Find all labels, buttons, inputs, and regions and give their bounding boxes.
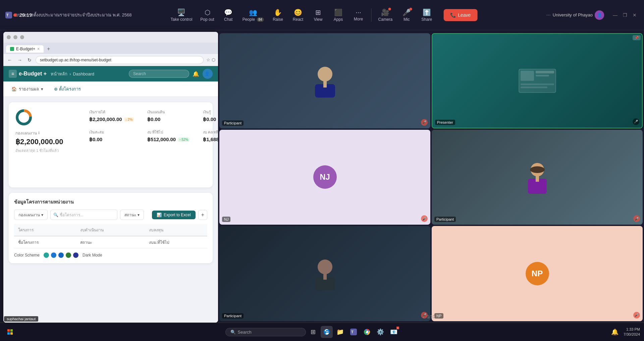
breadcrumb-home[interactable]: หน้าหลัก (51, 70, 67, 77)
participant-tile-5: Participant 🎤 (219, 226, 430, 321)
back-button[interactable]: ← (6, 57, 13, 63)
mic-button[interactable]: 🎤 Mic (396, 6, 417, 24)
pagination-next[interactable]: › (438, 314, 439, 320)
project-name-cell: ชื่อโครงการ (14, 236, 76, 248)
report-menu-item[interactable]: 🏠 รายงานผล ▾ (9, 84, 46, 94)
url-input[interactable] (36, 56, 204, 64)
minimize-button[interactable]: — (611, 12, 620, 18)
taskview-button[interactable]: ⊞ (307, 326, 319, 338)
status-filter-button[interactable]: สถานะ ▾ (120, 210, 144, 220)
bookmark-icon[interactable]: ☆ (206, 57, 210, 62)
pagination-prev[interactable]: ‹ (423, 314, 424, 320)
status-filter-chevron-icon: ▾ (138, 213, 140, 217)
take-control-button[interactable]: 🖥️ Take control (167, 6, 197, 24)
raise-button[interactable]: ✋ Raise (268, 6, 288, 24)
current-user-name: suphachai jantaut (7, 317, 36, 321)
dept-filter-label: กองแผนงาน (18, 212, 40, 218)
browser-minimize[interactable] (7, 35, 11, 39)
total-label: เงินสะสม (89, 129, 134, 135)
browser-restore[interactable] (13, 35, 17, 39)
camera-icon: 🎥 (381, 8, 389, 16)
project-search-field[interactable]: 🔍 ชื่อโครงการ... (50, 210, 117, 220)
take-control-label: Take control (171, 17, 193, 22)
project-search-placeholder: ชื่อโครงการ... (60, 212, 84, 218)
pagination-info: 1/10 (427, 315, 435, 319)
color-scheme-label: Color Scheme (14, 253, 40, 258)
color-option-green[interactable] (66, 252, 71, 258)
pie-chart-icon (15, 109, 32, 126)
color-option-teal[interactable] (44, 252, 49, 258)
teams-logo: T (5, 12, 12, 18)
notification-bell-icon[interactable]: 🔔 (193, 71, 199, 77)
refresh-button[interactable]: ↻ (26, 57, 33, 63)
windows-start-button[interactable] (4, 326, 16, 338)
react-button[interactable]: 😊 React (288, 6, 308, 24)
more-dots[interactable]: ··· (546, 12, 550, 18)
remaining-value: ฿1,688,000.00 (203, 136, 218, 143)
camera-button[interactable]: 🎥 Camera (374, 6, 397, 24)
teams-taskbar-icon[interactable]: T (347, 326, 360, 338)
color-option-blue2[interactable] (58, 252, 64, 258)
color-scheme-options (44, 252, 78, 258)
add-row-button[interactable]: + (198, 210, 207, 220)
budget-dept-name: กองแผนงาน (15, 130, 37, 136)
spent-badge: ↑ 52% (178, 137, 190, 142)
remaining-label: งบ คงเหลือ (203, 129, 218, 135)
restore-button[interactable]: ❐ (621, 12, 629, 18)
add-project-button[interactable]: ⊕ ตั้งโครงการ (51, 84, 84, 94)
browser-tab[interactable]: E-Budget+ × (6, 45, 44, 53)
tab-title: E-Budget+ (16, 47, 35, 51)
taskbar-search[interactable]: 🔍 Search (225, 328, 306, 336)
pop-out-button[interactable]: ⬡ Pop out (196, 6, 218, 24)
color-option-blue1[interactable] (51, 252, 56, 258)
current-user-label: suphachai jantaut (4, 316, 38, 322)
apps-button[interactable]: ⬛ Apps (328, 6, 348, 24)
close-button[interactable]: ✕ (631, 12, 639, 18)
mail-icon[interactable]: 📧 1 (388, 326, 400, 338)
share-label: Share (421, 17, 432, 22)
participant-name-5: Participant (222, 313, 244, 319)
taskbar-center: 🔍 Search ⊞ 📁 T ⚙️ 📧 1 (23, 326, 602, 338)
view-button[interactable]: ⊞ View (308, 6, 328, 24)
status-filter-label: สถานะ (124, 212, 136, 218)
export-excel-button[interactable]: 📊 Export to Excel (152, 211, 196, 219)
timer-display: 29:19 (19, 12, 32, 18)
notification-icon[interactable]: 🔔 (609, 326, 621, 338)
edge-browser-icon[interactable] (321, 326, 333, 338)
svg-rect-24 (536, 176, 539, 182)
extensions-icon[interactable]: ⬡ (212, 57, 215, 62)
budget-main-row: กองแผนงาน ℹ ฿2,200,000.00 อัพเดตล่าสุด 1… (15, 109, 206, 181)
leave-button[interactable]: 📞 Leave (443, 9, 477, 21)
taskbar: 🔍 Search ⊞ 📁 T ⚙️ 📧 1 🔔 1:33 PM 7/30/202… (0, 323, 644, 341)
chrome-icon[interactable] (361, 326, 373, 338)
taskbar-search-icon: 🔍 (230, 330, 236, 335)
people-label: People 84 (243, 17, 264, 22)
file-explorer-icon[interactable]: 📁 (334, 326, 346, 338)
tab-close-button[interactable]: × (37, 47, 40, 51)
forward-button[interactable]: → (16, 57, 23, 63)
dropdown-chevron-icon: ▾ (41, 87, 43, 92)
app-logo: ≡ e-Budget + (9, 70, 47, 78)
settings-icon[interactable]: ⚙️ (374, 326, 386, 338)
participant-tile-1: Participant 🎤 (219, 33, 430, 128)
new-tab-button[interactable]: + (45, 45, 52, 53)
chat-button[interactable]: 💬 Chat (218, 6, 238, 24)
share-button[interactable]: ⬆️ Share (417, 6, 437, 24)
timer-area: 29:19 (13, 12, 32, 18)
user-avatar-top[interactable]: 👤 (595, 10, 604, 20)
browser-titlebar (3, 32, 218, 43)
raise-label: Raise (273, 17, 283, 22)
more-button[interactable]: ··· More (348, 6, 369, 24)
app-search-input[interactable] (129, 70, 189, 78)
add-project-label: ตั้งโครงการ (59, 86, 81, 93)
dept-filter-button[interactable]: กองแผนงาน ▾ (14, 210, 48, 220)
svg-rect-18 (536, 75, 549, 76)
browser-close[interactable] (20, 35, 24, 39)
svg-point-22 (530, 166, 545, 173)
people-button[interactable]: 👥 People 84 (238, 6, 268, 24)
col-budget-header: งบดำเนินงาน (76, 224, 145, 236)
color-option-darkblue[interactable] (73, 252, 78, 258)
user-avatar[interactable]: 👤 (203, 69, 213, 79)
col-project-header: โครงการ (14, 224, 76, 236)
react-label: React (293, 17, 303, 22)
